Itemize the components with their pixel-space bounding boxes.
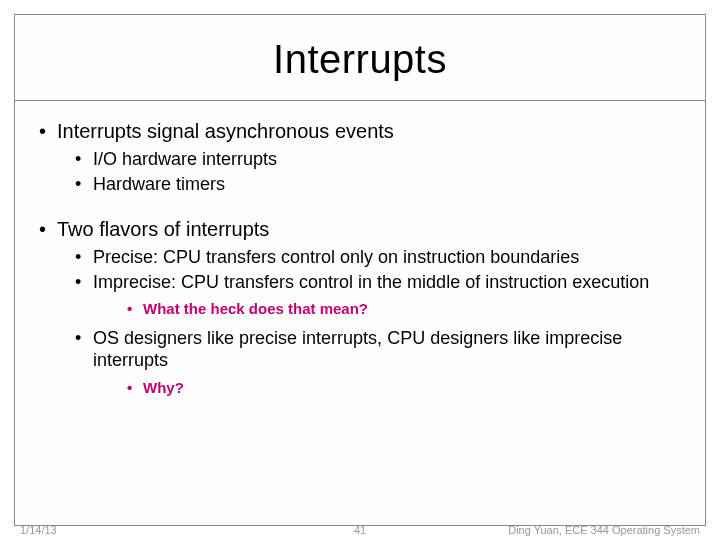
bullet-2-sub: Precise: CPU transfers control only on i… [57,246,685,397]
footer-page: 41 [354,524,366,536]
bullet-1: Interrupts signal asynchronous events I/… [35,119,685,195]
bullet-1-2: Hardware timers [57,173,685,196]
bullet-1-1: I/O hardware interrupts [57,148,685,171]
bullet-2-2-text: Imprecise: CPU transfers control in the … [93,272,649,292]
bullet-2: Two flavors of interrupts Precise: CPU t… [35,217,685,397]
bullet-list-2: Two flavors of interrupts Precise: CPU t… [35,217,685,397]
bullet-2-3-1: Why? [93,378,685,398]
bullet-2-3: OS designers like precise interrupts, CP… [57,327,685,398]
bullet-2-2: Imprecise: CPU transfers control in the … [57,271,685,319]
slide-content: Interrupts signal asynchronous events I/… [15,101,705,397]
bullet-2-2-1: What the heck does that mean? [93,299,685,319]
bullet-2-3-text: OS designers like precise interrupts, CP… [93,328,622,371]
bullet-2-text: Two flavors of interrupts [57,218,269,240]
bullet-1-sub: I/O hardware interrupts Hardware timers [57,148,685,195]
bullet-list: Interrupts signal asynchronous events I/… [35,119,685,195]
footer-date: 1/14/13 [20,524,57,536]
bullet-2-3-sub: Why? [93,378,685,398]
bullet-2-2-sub: What the heck does that mean? [93,299,685,319]
slide-title: Interrupts [15,15,705,100]
slide-frame: Interrupts Interrupts signal asynchronou… [14,14,706,526]
footer: 1/14/13 41 Ding Yuan, ECE 344 Operating … [14,524,706,536]
footer-author: Ding Yuan, ECE 344 Operating System [508,524,700,536]
bullet-1-text: Interrupts signal asynchronous events [57,120,394,142]
bullet-2-1: Precise: CPU transfers control only on i… [57,246,685,269]
